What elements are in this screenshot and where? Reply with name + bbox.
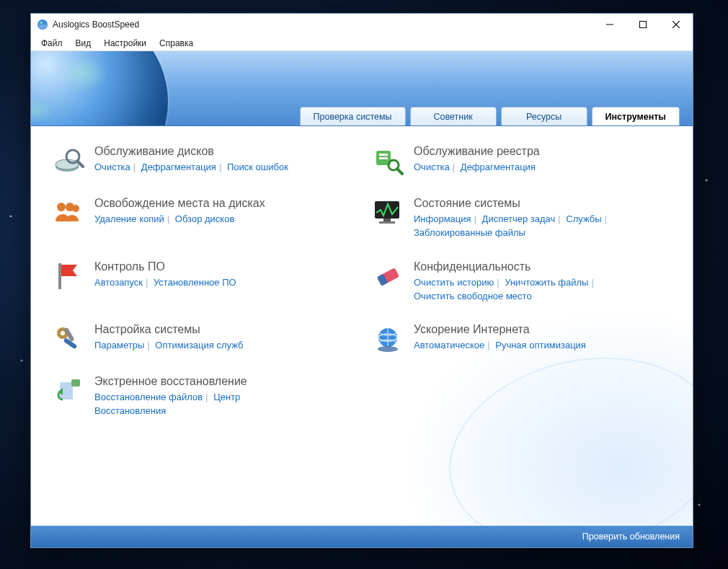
- link-net-auto[interactable]: Автоматическое: [414, 340, 484, 350]
- tool-system-status: Состояние системы Информация| Диспетчер …: [372, 197, 671, 240]
- link-net-manual[interactable]: Ручная оптимизация: [495, 340, 586, 350]
- tool-system-tuning: Настройка системы Параметры| Оптимизация…: [53, 323, 352, 355]
- app-window: Auslogics BoostSpeed Файл Вид Настройки …: [30, 13, 693, 548]
- header-banner: Проверка системы Советник Ресурсы Инстру…: [31, 51, 693, 126]
- globe-art: [31, 51, 168, 126]
- tool-disk-maintenance: Обслуживание дисков Очистка| Дефрагмента…: [53, 145, 352, 177]
- svg-rect-19: [383, 219, 391, 221]
- svg-point-30: [378, 346, 398, 352]
- tab-resources[interactable]: Ресурсы: [501, 107, 587, 125]
- menu-view[interactable]: Вид: [70, 37, 97, 50]
- tool-free-space: Освобождение места на дисках Удаление ко…: [53, 197, 352, 240]
- tool-title: Освобождение места на дисках: [94, 197, 265, 210]
- tool-privacy: Конфиденциальность Очистить историю| Уни…: [372, 260, 671, 304]
- tool-recovery: Экстренное восстановление Восстановление…: [53, 375, 352, 418]
- link-wipe-free[interactable]: Очистить свободное место: [414, 291, 532, 301]
- link-reg-defrag[interactable]: Дефрагментация: [461, 162, 536, 172]
- tool-title: Обслуживание дисков: [94, 145, 288, 158]
- link-locked-files[interactable]: Заблокированные файлы: [414, 227, 525, 238]
- link-task-mgr[interactable]: Диспетчер задач: [482, 213, 556, 224]
- menu-file[interactable]: Файл: [35, 37, 68, 50]
- tab-tools[interactable]: Инструменты: [592, 107, 680, 125]
- wrench-gear-icon: [53, 323, 84, 355]
- recovery-icon: [53, 375, 84, 407]
- tab-system-check[interactable]: Проверка системы: [300, 107, 406, 125]
- content-area: Обслуживание дисков Очистка| Дефрагмента…: [31, 126, 693, 526]
- link-installed-sw[interactable]: Установленное ПО: [154, 277, 236, 288]
- tool-title: Контроль ПО: [94, 260, 236, 273]
- menu-settings[interactable]: Настройки: [98, 37, 152, 50]
- svg-point-17: [72, 205, 79, 212]
- users-icon: [53, 197, 84, 229]
- monitor-icon: [372, 197, 404, 229]
- link-clear-history[interactable]: Очистить историю: [414, 277, 494, 288]
- titlebar: Auslogics BoostSpeed: [31, 14, 693, 35]
- statusbar: Проверить обновления: [31, 526, 693, 547]
- tab-advisor[interactable]: Советник: [410, 107, 497, 125]
- link-disk-errors[interactable]: Поиск ошибок: [227, 162, 288, 172]
- link-services[interactable]: Службы: [566, 213, 601, 224]
- tool-title: Настройка системы: [94, 323, 243, 336]
- tab-strip: Проверка системы Советник Ресурсы Инстру…: [300, 107, 680, 125]
- svg-point-15: [57, 203, 66, 211]
- tool-title: Экстренное восстановление: [94, 375, 311, 388]
- link-params[interactable]: Параметры: [94, 340, 144, 350]
- tool-title: Ускорение Интернета: [414, 323, 586, 336]
- svg-rect-3: [640, 22, 647, 28]
- svg-rect-11: [379, 154, 388, 156]
- link-dup-remove[interactable]: Удаление копий: [94, 213, 164, 224]
- close-button[interactable]: [660, 14, 693, 35]
- link-sys-info[interactable]: Информация: [414, 213, 471, 224]
- eraser-icon: [372, 260, 404, 292]
- svg-rect-20: [379, 221, 395, 224]
- menubar: Файл Вид Настройки Справка: [31, 35, 693, 51]
- app-icon: [37, 19, 48, 30]
- svg-rect-32: [71, 379, 80, 387]
- maximize-button[interactable]: [626, 14, 660, 35]
- tool-registry-maintenance: Обслуживание реестра Очистка| Дефрагмент…: [372, 145, 671, 177]
- minimize-button[interactable]: [593, 14, 626, 35]
- disk-scan-icon: [53, 145, 84, 177]
- link-svc-optimize[interactable]: Оптимизация служб: [155, 340, 243, 350]
- link-reg-cleanup[interactable]: Очистка: [414, 162, 450, 172]
- tool-title: Обслуживание реестра: [414, 145, 540, 158]
- link-disk-cleanup[interactable]: Очистка: [94, 162, 130, 172]
- link-autostart[interactable]: Автозапуск: [94, 277, 143, 288]
- tool-title: Состояние системы: [414, 197, 630, 210]
- registry-icon: [372, 145, 404, 177]
- svg-rect-12: [379, 157, 388, 159]
- svg-rect-21: [58, 263, 61, 289]
- tool-internet-speedup: Ускорение Интернета Автоматическое| Ручн…: [372, 323, 671, 355]
- flag-icon: [53, 260, 84, 292]
- tool-title: Конфиденциальность: [414, 260, 630, 273]
- link-shred-files[interactable]: Уничтожить файлы: [505, 277, 588, 288]
- globe-net-icon: [372, 323, 404, 355]
- link-disk-defrag[interactable]: Дефрагментация: [141, 162, 216, 172]
- tool-software-control: Контроль ПО Автозапуск| Установленное ПО: [53, 260, 352, 304]
- menu-help[interactable]: Справка: [154, 37, 199, 50]
- window-title: Auslogics BoostSpeed: [53, 19, 139, 30]
- svg-point-1: [40, 22, 43, 24]
- tools-grid: Обслуживание дисков Очистка| Дефрагмента…: [53, 145, 671, 418]
- svg-line-14: [397, 169, 402, 174]
- svg-point-25: [61, 331, 65, 335]
- link-disk-explorer[interactable]: Обзор дисков: [175, 213, 234, 224]
- link-file-recovery[interactable]: Восстановление файлов: [94, 392, 203, 402]
- link-check-updates[interactable]: Проверить обновления: [582, 531, 680, 542]
